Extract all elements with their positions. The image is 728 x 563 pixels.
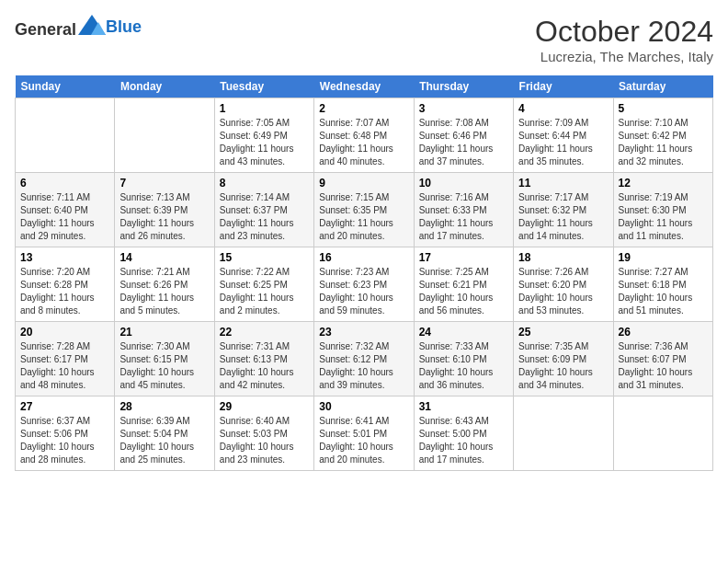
day-detail: Sunrise: 7:25 AMSunset: 6:21 PMDaylight:…	[419, 267, 494, 316]
day-number: 25	[518, 326, 608, 339]
day-detail: Sunrise: 6:41 AMSunset: 5:01 PMDaylight:…	[319, 416, 393, 465]
calendar-week-row: 6Sunrise: 7:11 AMSunset: 6:40 PMDaylight…	[16, 173, 713, 247]
logo-blue: Blue	[106, 17, 142, 36]
calendar-cell: 3Sunrise: 7:08 AMSunset: 6:46 PMDaylight…	[414, 98, 513, 173]
calendar-cell: 31Sunrise: 6:43 AMSunset: 5:00 PMDayligh…	[414, 396, 513, 471]
calendar-cell: 20Sunrise: 7:28 AMSunset: 6:17 PMDayligh…	[16, 322, 115, 396]
day-number: 16	[319, 251, 408, 264]
calendar-cell: 19Sunrise: 7:27 AMSunset: 6:18 PMDayligh…	[613, 247, 712, 322]
calendar-cell: 16Sunrise: 7:23 AMSunset: 6:23 PMDayligh…	[314, 247, 414, 322]
day-number: 30	[319, 400, 408, 413]
day-detail: Sunrise: 7:30 AMSunset: 6:15 PMDaylight:…	[119, 341, 194, 390]
day-detail: Sunrise: 7:21 AMSunset: 6:26 PMDaylight:…	[119, 267, 194, 316]
day-number: 31	[419, 400, 508, 413]
day-detail: Sunrise: 7:33 AMSunset: 6:10 PMDaylight:…	[419, 341, 494, 390]
calendar-week-row: 13Sunrise: 7:20 AMSunset: 6:28 PMDayligh…	[16, 247, 713, 322]
day-detail: Sunrise: 7:17 AMSunset: 6:32 PMDaylight:…	[518, 192, 593, 241]
day-number: 20	[20, 326, 109, 339]
calendar-cell: 21Sunrise: 7:30 AMSunset: 6:15 PMDayligh…	[115, 322, 214, 396]
day-header: Tuesday	[214, 75, 313, 98]
day-detail: Sunrise: 6:40 AMSunset: 5:03 PMDaylight:…	[220, 416, 294, 465]
day-detail: Sunrise: 7:10 AMSunset: 6:42 PMDaylight:…	[619, 118, 693, 167]
day-number: 22	[220, 326, 309, 339]
calendar-cell: 25Sunrise: 7:35 AMSunset: 6:09 PMDayligh…	[514, 322, 613, 396]
day-detail: Sunrise: 7:32 AMSunset: 6:12 PMDaylight:…	[319, 341, 393, 390]
calendar-cell	[514, 396, 613, 471]
day-number: 26	[619, 326, 708, 339]
calendar-cell: 11Sunrise: 7:17 AMSunset: 6:32 PMDayligh…	[514, 173, 613, 247]
location-title: Lucrezia, The Marches, Italy	[535, 49, 713, 64]
calendar-cell: 14Sunrise: 7:21 AMSunset: 6:26 PMDayligh…	[115, 247, 214, 322]
calendar-cell: 17Sunrise: 7:25 AMSunset: 6:21 PMDayligh…	[414, 247, 513, 322]
day-detail: Sunrise: 7:31 AMSunset: 6:13 PMDaylight:…	[220, 341, 294, 390]
calendar-cell: 22Sunrise: 7:31 AMSunset: 6:13 PMDayligh…	[214, 322, 313, 396]
day-detail: Sunrise: 7:23 AMSunset: 6:23 PMDaylight:…	[319, 267, 393, 316]
day-detail: Sunrise: 7:15 AMSunset: 6:35 PMDaylight:…	[319, 192, 393, 241]
day-detail: Sunrise: 7:14 AMSunset: 6:37 PMDaylight:…	[220, 192, 294, 241]
day-detail: Sunrise: 7:20 AMSunset: 6:28 PMDaylight:…	[20, 267, 95, 316]
day-detail: Sunrise: 7:08 AMSunset: 6:46 PMDaylight:…	[419, 118, 494, 167]
day-detail: Sunrise: 7:16 AMSunset: 6:33 PMDaylight:…	[419, 192, 494, 241]
day-number: 5	[619, 102, 708, 115]
day-detail: Sunrise: 7:11 AMSunset: 6:40 PMDaylight:…	[20, 192, 95, 241]
day-detail: Sunrise: 7:07 AMSunset: 6:48 PMDaylight:…	[319, 118, 393, 167]
title-block: October 2024 Lucrezia, The Marches, Ital…	[535, 15, 713, 64]
day-number: 28	[119, 400, 209, 413]
day-detail: Sunrise: 6:37 AMSunset: 5:06 PMDaylight:…	[20, 416, 95, 465]
day-detail: Sunrise: 7:09 AMSunset: 6:44 PMDaylight:…	[518, 118, 593, 167]
calendar-cell: 2Sunrise: 7:07 AMSunset: 6:48 PMDaylight…	[314, 98, 414, 173]
calendar-cell: 1Sunrise: 7:05 AMSunset: 6:49 PMDaylight…	[214, 98, 313, 173]
day-number: 7	[119, 177, 209, 190]
day-number: 27	[20, 400, 109, 413]
day-number: 14	[119, 251, 209, 264]
day-number: 11	[518, 177, 608, 190]
day-number: 17	[419, 251, 508, 264]
day-number: 10	[419, 177, 508, 190]
calendar-cell: 28Sunrise: 6:39 AMSunset: 5:04 PMDayligh…	[115, 396, 214, 471]
calendar-cell: 29Sunrise: 6:40 AMSunset: 5:03 PMDayligh…	[214, 396, 313, 471]
logo-icon	[78, 15, 106, 35]
day-header: Wednesday	[314, 75, 414, 98]
day-header: Saturday	[613, 75, 712, 98]
calendar-body: 1Sunrise: 7:05 AMSunset: 6:49 PMDaylight…	[16, 98, 713, 471]
day-number: 3	[419, 102, 508, 115]
month-title: October 2024	[535, 15, 713, 49]
day-number: 23	[319, 326, 408, 339]
calendar-cell	[16, 98, 115, 173]
day-detail: Sunrise: 7:05 AMSunset: 6:49 PMDaylight:…	[220, 118, 294, 167]
calendar-cell: 13Sunrise: 7:20 AMSunset: 6:28 PMDayligh…	[16, 247, 115, 322]
day-number: 6	[20, 177, 109, 190]
calendar-cell	[115, 98, 214, 173]
logo-general: General	[15, 20, 76, 39]
day-detail: Sunrise: 7:36 AMSunset: 6:07 PMDaylight:…	[619, 341, 693, 390]
calendar-cell: 9Sunrise: 7:15 AMSunset: 6:35 PMDaylight…	[314, 173, 414, 247]
day-detail: Sunrise: 7:28 AMSunset: 6:17 PMDaylight:…	[20, 341, 95, 390]
calendar-cell: 30Sunrise: 6:41 AMSunset: 5:01 PMDayligh…	[314, 396, 414, 471]
day-number: 18	[518, 251, 608, 264]
day-detail: Sunrise: 7:22 AMSunset: 6:25 PMDaylight:…	[220, 267, 294, 316]
calendar-cell: 24Sunrise: 7:33 AMSunset: 6:10 PMDayligh…	[414, 322, 513, 396]
calendar-cell: 7Sunrise: 7:13 AMSunset: 6:39 PMDaylight…	[115, 173, 214, 247]
day-number: 29	[220, 400, 309, 413]
day-header: Monday	[115, 75, 214, 98]
calendar-week-row: 27Sunrise: 6:37 AMSunset: 5:06 PMDayligh…	[16, 396, 713, 471]
calendar-cell: 6Sunrise: 7:11 AMSunset: 6:40 PMDaylight…	[16, 173, 115, 247]
calendar-cell	[613, 396, 712, 471]
day-number: 12	[619, 177, 708, 190]
day-detail: Sunrise: 7:26 AMSunset: 6:20 PMDaylight:…	[518, 267, 593, 316]
calendar-cell: 8Sunrise: 7:14 AMSunset: 6:37 PMDaylight…	[214, 173, 313, 247]
calendar-cell: 18Sunrise: 7:26 AMSunset: 6:20 PMDayligh…	[514, 247, 613, 322]
day-number: 21	[119, 326, 209, 339]
calendar-week-row: 1Sunrise: 7:05 AMSunset: 6:49 PMDaylight…	[16, 98, 713, 173]
day-number: 4	[518, 102, 608, 115]
day-detail: Sunrise: 7:35 AMSunset: 6:09 PMDaylight:…	[518, 341, 593, 390]
day-number: 15	[220, 251, 309, 264]
calendar-table: SundayMondayTuesdayWednesdayThursdayFrid…	[15, 75, 713, 471]
day-number: 13	[20, 251, 109, 264]
calendar-cell: 27Sunrise: 6:37 AMSunset: 5:06 PMDayligh…	[16, 396, 115, 471]
calendar-cell: 12Sunrise: 7:19 AMSunset: 6:30 PMDayligh…	[613, 173, 712, 247]
calendar-cell: 4Sunrise: 7:09 AMSunset: 6:44 PMDaylight…	[514, 98, 613, 173]
day-detail: Sunrise: 7:13 AMSunset: 6:39 PMDaylight:…	[119, 192, 194, 241]
day-detail: Sunrise: 6:43 AMSunset: 5:00 PMDaylight:…	[419, 416, 494, 465]
day-number: 19	[619, 251, 708, 264]
